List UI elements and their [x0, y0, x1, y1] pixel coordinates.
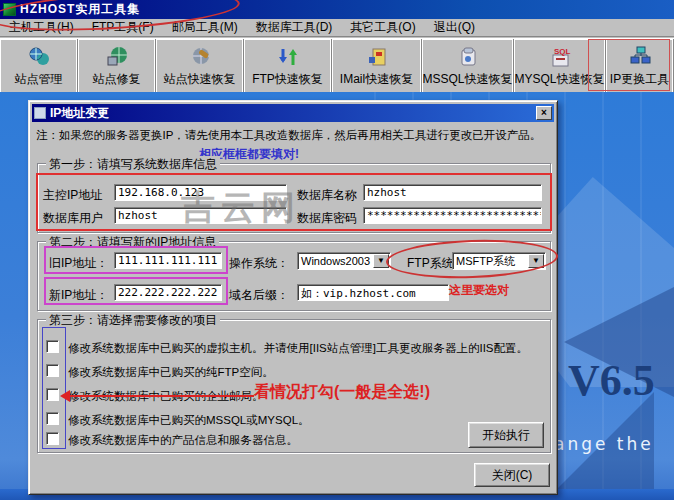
menu-bar: 主机工具(H) FTP工具(F) 邮局工具(M) 数据库工具(D) 其它工具(O… [0, 19, 674, 37]
ip-change-dialog: IP地址变更 × 注：如果您的服务器更换IP，请先使用本工具改造数据库，然后再用… [28, 100, 558, 495]
new-ip-label: 新IP地址： [49, 287, 108, 304]
menu-item-db-tools[interactable]: 数据库工具(D) [247, 18, 342, 37]
close-button[interactable]: 关闭(C) [474, 463, 550, 487]
new-ip-input[interactable]: 222.222.222.222 [114, 284, 222, 301]
domain-suffix-label: 域名后缀： [229, 287, 289, 304]
checkbox-vhost-label: 修改系统数据库中已购买的虚拟主机。并请使用[IIS站点管理]工具更改服务器上的I… [68, 341, 528, 356]
toolbar-button-label: IMail快速恢复 [340, 71, 413, 88]
wallpaper-slogan-text: ange the [554, 434, 654, 454]
dialog-title: IP地址变更 [50, 105, 536, 122]
toolbar-button-label: 站点修复 [93, 71, 141, 88]
step3-legend: 第三步：请选择需要修改的项目 [46, 312, 220, 329]
menu-item-mail-tools[interactable]: 邮局工具(M) [163, 18, 247, 37]
step2-groupbox: 第二步：请填写新的IP地址信息 旧IP地址： 111.111.111.111 操… [37, 241, 551, 311]
screen: HZHOST实用工具集 主机工具(H) FTP工具(F) 邮局工具(M) 数据库… [0, 0, 674, 500]
old-ip-input[interactable]: 111.111.111.111 [114, 252, 222, 269]
domain-suffix-input[interactable]: 如：vip.hzhost.com [297, 284, 449, 301]
old-ip-label: 旧IP地址： [49, 255, 108, 272]
site-repair-icon [104, 45, 130, 69]
annotation-check-hint: 看情况打勾(一般是全选!) [254, 382, 430, 403]
toolbar-button-site-manage[interactable]: 站点管理 [0, 39, 78, 92]
step1-groupbox: 第一步：请填写系统数据库信息 主控IP地址 192.168.0.123 数据库名… [37, 163, 551, 233]
db-name-label: 数据库名称 [297, 187, 357, 204]
db-user-input[interactable]: hzhost [114, 207, 287, 224]
master-ip-label: 主控IP地址 [43, 187, 102, 204]
os-label: 操作系统： [229, 255, 289, 272]
ftp-system-label: FTP系统 [407, 255, 454, 272]
checkbox-mail-label: 修改系统数据库中已购买的企业邮局。 [68, 389, 264, 404]
checkbox-ftp-space[interactable] [46, 364, 59, 377]
toolbar: 站点管理 站点修复 站点快速恢复 FTP快速恢复 [0, 38, 674, 92]
toolbar-button-ip-change[interactable]: IP更换工具 [606, 39, 674, 92]
mysql-restore-icon: SQL [547, 45, 573, 69]
toolbar-button-site-restore[interactable]: 站点快速恢复 [156, 39, 244, 92]
menu-item-ftp-tools[interactable]: FTP工具(F) [83, 18, 163, 37]
toolbar-button-ftp-restore[interactable]: FTP快速恢复 [244, 39, 332, 92]
dialog-icon [34, 107, 46, 119]
window-titlebar: HZHOST实用工具集 [0, 0, 674, 19]
ip-change-icon [627, 45, 653, 69]
checkbox-sql-label: 修改系统数据库中已购买的MSSQL或MYSQL。 [68, 413, 310, 428]
checkbox-mail[interactable] [46, 388, 59, 401]
os-select[interactable]: Windows2003 ▼ [297, 252, 391, 270]
db-name-input[interactable]: hzhost [363, 184, 542, 201]
chevron-down-icon[interactable]: ▼ [528, 254, 544, 268]
step3-groupbox: 第三步：请选择需要修改的项目 修改系统数据库中已购买的虚拟主机。并请使用[IIS… [37, 319, 551, 453]
db-pass-input[interactable]: ****************************** [363, 207, 542, 224]
dialog-close-button[interactable]: × [536, 106, 552, 120]
step2-legend: 第二步：请填写新的IP地址信息 [46, 234, 219, 251]
menu-item-other-tools[interactable]: 其它工具(O) [341, 18, 424, 37]
os-select-value: Windows2003 [298, 255, 373, 267]
step1-legend: 第一步：请填写系统数据库信息 [46, 156, 220, 173]
toolbar-button-label: FTP快速恢复 [252, 71, 323, 88]
svg-text:SQL: SQL [554, 47, 571, 56]
imail-restore-icon [364, 45, 390, 69]
toolbar-button-label: 站点管理 [15, 71, 63, 88]
toolbar-button-site-repair[interactable]: 站点修复 [78, 39, 156, 92]
site-restore-icon [187, 45, 213, 69]
dialog-note-text: 注：如果您的服务器更换IP，请先使用本工具改造数据库，然后再用相关工具进行更改已… [36, 128, 556, 143]
checkbox-product-info[interactable] [46, 432, 59, 445]
toolbar-button-imail-restore[interactable]: IMail快速恢复 [332, 39, 422, 92]
ftp-restore-icon [275, 45, 301, 69]
run-button[interactable]: 开始执行 [468, 422, 544, 448]
checkbox-ftp-space-label: 修改系统数据库中已购买的纯FTP空间。 [68, 365, 274, 380]
chevron-down-icon[interactable]: ▼ [373, 254, 389, 268]
toolbar-button-mysql-restore[interactable]: SQL MYSQL快速恢复 [514, 39, 606, 92]
db-pass-label: 数据库密码 [297, 210, 357, 227]
dialog-titlebar[interactable]: IP地址变更 × [32, 104, 554, 122]
wallpaper-version-text: V6.5 [568, 355, 655, 406]
annotation-choose-correctly: 这里要选对 [449, 282, 509, 299]
toolbar-button-label: MSSQL快速恢复 [422, 71, 512, 88]
toolbar-button-label: MYSQL快速恢复 [514, 71, 604, 88]
toolbar-button-label: IP更换工具 [610, 71, 669, 88]
ftp-system-select[interactable]: MSFTP系统 ▼ [452, 252, 546, 270]
window-title: HZHOST实用工具集 [20, 1, 140, 18]
db-user-label: 数据库用户 [43, 210, 103, 227]
master-ip-input[interactable]: 192.168.0.123 [114, 184, 287, 201]
mssql-restore-icon [455, 45, 481, 69]
ftp-system-select-value: MSFTP系统 [453, 254, 528, 269]
toolbar-button-mssql-restore[interactable]: MSSQL快速恢复 [422, 39, 514, 92]
checkbox-sql[interactable] [46, 412, 59, 425]
menu-item-exit[interactable]: 退出(Q) [425, 18, 484, 37]
site-manage-icon [26, 45, 52, 69]
app-icon [3, 3, 16, 16]
checkbox-product-info-label: 修改系统数据库中的产品信息和服务器信息。 [68, 433, 298, 448]
checkbox-vhost[interactable] [46, 340, 59, 353]
menu-item-host-tools[interactable]: 主机工具(H) [0, 18, 83, 37]
toolbar-button-label: 站点快速恢复 [164, 71, 236, 88]
